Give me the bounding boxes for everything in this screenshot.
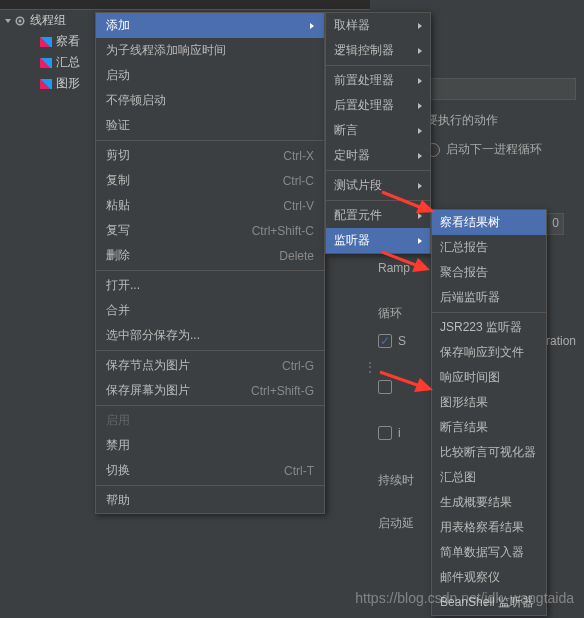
separator [326,65,430,66]
chart-icon [40,58,52,68]
checkbox-3[interactable] [378,426,392,440]
listener-summary[interactable]: 汇总报告 [432,235,546,260]
listener-view-results-tree[interactable]: 察看结果树 [432,210,546,235]
menu-start[interactable]: 启动 [96,63,324,88]
separator [432,312,546,313]
svg-point-1 [19,19,22,22]
menu-paste[interactable]: 粘贴Ctrl-V [96,193,324,218]
chevron-right-icon [418,238,422,244]
chevron-right-icon [418,213,422,219]
chevron-right-icon [418,183,422,189]
submenu-add: 取样器 逻辑控制器 前置处理器 后置处理器 断言 定时器 测试片段 配置元件 监… [325,12,431,254]
listener-resp-time-graph[interactable]: 响应时间图 [432,365,546,390]
submenu-assert[interactable]: 断言 [326,118,430,143]
menu-save-node-img[interactable]: 保存节点为图片Ctrl-G [96,353,324,378]
submenu-config[interactable]: 配置元件 [326,203,430,228]
tree-root-thread-group[interactable]: 线程组 [0,10,95,31]
splitter-handle[interactable]: ⋮ [364,360,374,374]
menu-enable: 启用 [96,408,324,433]
submenu-timer[interactable]: 定时器 [326,143,430,168]
separator [326,170,430,171]
menu-copy[interactable]: 复制Ctrl-C [96,168,324,193]
submenu-logic[interactable]: 逻辑控制器 [326,38,430,63]
gear-icon [14,15,26,27]
caret-icon [5,19,11,23]
submenu-listener-items: 察看结果树 汇总报告 聚合报告 后端监听器 JSR223 监听器 保存响应到文件… [431,209,547,616]
separator [96,405,324,406]
context-menu: 添加 为子线程添加响应时间 启动 不停顿启动 验证 剪切Ctrl-X 复制Ctr… [95,12,325,514]
listener-mailer-vis[interactable]: 邮件观察仪 [432,565,546,590]
menu-save-screen-img[interactable]: 保存屏幕为图片Ctrl+Shift-G [96,378,324,403]
tree-item-view-results[interactable]: 察看 [0,31,95,52]
menu-duplicate[interactable]: 复写Ctrl+Shift-C [96,218,324,243]
separator [96,350,324,351]
separator [96,270,324,271]
separator [96,140,324,141]
tree-panel: 线程组 察看 汇总 图形 [0,10,95,410]
menu-insert-parent[interactable]: 为子线程添加响应时间 [96,38,324,63]
menu-add[interactable]: 添加 [96,13,324,38]
listener-view-results-table[interactable]: 用表格察看结果 [432,515,546,540]
listener-assert-results[interactable]: 断言结果 [432,415,546,440]
chevron-right-icon [310,23,314,29]
menu-help[interactable]: 帮助 [96,488,324,513]
listener-aggregate[interactable]: 聚合报告 [432,260,546,285]
listener-cmp-assert-vis[interactable]: 比较断言可视化器 [432,440,546,465]
menu-merge[interactable]: 合并 [96,298,324,323]
listener-gen-summary[interactable]: 生成概要结果 [432,490,546,515]
chevron-right-icon [418,23,422,29]
chart-icon [40,79,52,89]
chevron-right-icon [418,128,422,134]
chevron-right-icon [418,78,422,84]
submenu-pre[interactable]: 前置处理器 [326,68,430,93]
chart-icon [40,37,52,47]
menu-cut[interactable]: 剪切Ctrl-X [96,143,324,168]
listener-summary-graph[interactable]: 汇总图 [432,465,546,490]
listener-save-resp-file[interactable]: 保存响应到文件 [432,340,546,365]
menu-toggle[interactable]: 切换Ctrl-T [96,458,324,483]
separator [326,200,430,201]
menu-save-selection[interactable]: 选中部分保存为... [96,323,324,348]
separator [96,485,324,486]
menu-disable[interactable]: 禁用 [96,433,324,458]
menu-delete[interactable]: 删除Delete [96,243,324,268]
submenu-listener[interactable]: 监听器 [326,228,430,253]
submenu-post[interactable]: 后置处理器 [326,93,430,118]
chevron-right-icon [418,48,422,54]
menu-validate[interactable]: 验证 [96,113,324,138]
tree-item-summary[interactable]: 汇总 [0,52,95,73]
checkbox-sched[interactable]: ✓ [378,334,392,348]
tree-item-graph[interactable]: 图形 [0,73,95,94]
listener-simple-data-writer[interactable]: 简单数据写入器 [432,540,546,565]
listener-jsr223[interactable]: JSR223 监听器 [432,315,546,340]
chevron-right-icon [418,153,422,159]
submenu-test-fragment[interactable]: 测试片段 [326,173,430,198]
listener-graph-results[interactable]: 图形结果 [432,390,546,415]
checkbox-2[interactable] [378,380,392,394]
submenu-sampler[interactable]: 取样器 [326,13,430,38]
watermark: https://blog.csdn.net/jdk_wangtaida [0,590,574,606]
menu-start-no-pause[interactable]: 不停顿启动 [96,88,324,113]
listener-backend[interactable]: 后端监听器 [432,285,546,310]
menu-open[interactable]: 打开... [96,273,324,298]
chevron-right-icon [418,103,422,109]
